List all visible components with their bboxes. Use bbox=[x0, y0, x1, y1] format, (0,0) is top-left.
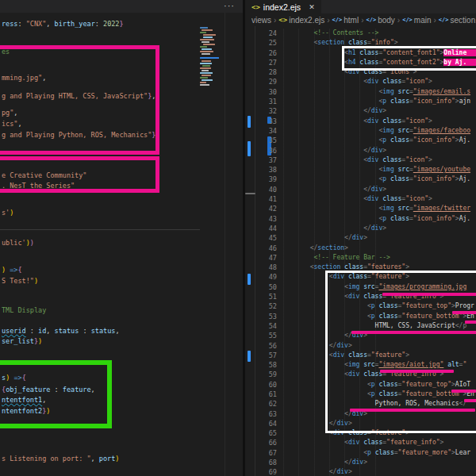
code-line[interactable]: 65 <div class="feature"> bbox=[245, 428, 476, 438]
code-token: class bbox=[344, 39, 367, 46]
tab-index2-ejs[interactable]: <> index2.ejs ✕ bbox=[245, 0, 321, 13]
code-line[interactable]: 27 <h4 class="content_font2">by Aj. bbox=[245, 58, 476, 67]
code-line[interactable]: 69 </div> bbox=[245, 467, 476, 476]
minimap-mark bbox=[200, 84, 209, 86]
code-token: img bbox=[382, 88, 393, 95]
code-line[interactable]: 57 <div class="feature"> bbox=[245, 351, 476, 360]
code-line[interactable]: {obj_feature : feature, bbox=[2, 385, 95, 394]
code-line[interactable]: 60 <p class="feature_top">AIoT bbox=[245, 380, 476, 390]
code-line[interactable]: 61 <p class="feature_bottom">En bbox=[245, 390, 476, 399]
code-line[interactable]: 53 <p class="feature_bottom">En bbox=[245, 312, 476, 321]
code-line[interactable]: 36 </div> bbox=[245, 146, 476, 155]
code-line[interactable]: ress: "CNX", birth_year: 2022} bbox=[2, 19, 124, 29]
code-line[interactable]: 62 Python, ROS, Mechanics</ bbox=[245, 399, 476, 409]
code-line[interactable]: 24 <!-- Contents --> bbox=[245, 29, 476, 38]
code-line[interactable]: ublic')) bbox=[2, 238, 34, 248]
code-line[interactable]: 59 <div class="feature_info"> bbox=[245, 370, 476, 379]
code-token: Aj. bbox=[459, 175, 470, 182]
code-token: AIoT bbox=[455, 381, 474, 388]
code-line[interactable]: 50 <img src="images/programming.jpg bbox=[245, 282, 476, 292]
code-line[interactable]: g and Playing Python, ROS, Mechanics"} bbox=[2, 130, 155, 140]
code-line[interactable]: 46 </section> bbox=[245, 244, 476, 253]
line-number: 48 bbox=[245, 263, 277, 272]
code-line[interactable]: 39 <p class="icon_info">Aj. bbox=[245, 175, 476, 184]
code-token: ) bbox=[30, 239, 34, 247]
code-line[interactable]: 41 <div class="icon"> bbox=[245, 194, 476, 204]
code-line[interactable]: 43 <p class="icon_info">Aj. bbox=[245, 214, 476, 224]
code-line[interactable]: es bbox=[2, 47, 10, 56]
code-line[interactable]: 54 HTML, CSS, JavaScript</p bbox=[245, 321, 476, 331]
right-code-area[interactable]: 24 <!-- Contents -->25 <section class="i… bbox=[245, 29, 476, 476]
code-line[interactable]: 48 <section class="features"> bbox=[245, 263, 476, 272]
code-token: div bbox=[333, 351, 344, 359]
code-line[interactable]: 26 <h1 class="content_font1">Online bbox=[245, 48, 476, 58]
code-line[interactable]: 38 <img src="images/youtube bbox=[245, 165, 476, 175]
code-line[interactable]: ser_list}) bbox=[2, 336, 42, 346]
code-line[interactable]: 68 </div> bbox=[245, 458, 476, 467]
code-line[interactable]: 25 <section class="info"> bbox=[245, 38, 476, 48]
code-token: </ bbox=[344, 234, 352, 241]
breadcrumb-item-body[interactable]: </>body bbox=[366, 16, 394, 25]
breadcrumb-item-html[interactable]: </>html bbox=[332, 16, 359, 25]
line-number: 53 bbox=[245, 312, 277, 321]
code-line[interactable]: 35 <p class="icon_info">Aj. bbox=[245, 136, 476, 145]
code-line[interactable]: mming.jpg", bbox=[2, 73, 46, 83]
code-line[interactable]: pg", bbox=[2, 108, 17, 117]
line-number: 41 bbox=[245, 194, 277, 204]
breadcrumb-item-main[interactable]: </>main bbox=[402, 16, 431, 25]
code-line[interactable]: 44 </div> bbox=[245, 224, 476, 233]
code-line[interactable]: 49 <div class="feature"> bbox=[245, 272, 476, 282]
code-line[interactable]: s Listening on port: ", port) bbox=[2, 454, 119, 463]
code-token bbox=[283, 205, 378, 212]
code-line[interactable]: 51 <div class="feature_info"> bbox=[245, 292, 476, 301]
code-line[interactable]: 52 <p class="feature_top">Progr bbox=[245, 301, 476, 311]
code-line[interactable]: s) =>{ bbox=[2, 373, 26, 382]
tab-close-icon[interactable]: ✕ bbox=[309, 3, 315, 11]
breadcrumb-item-views[interactable]: views bbox=[251, 16, 271, 25]
code-line[interactable]: 31 <p class="icon_info">ajn bbox=[245, 97, 476, 106]
code-line[interactable]: 45 </div> bbox=[245, 233, 476, 243]
code-line[interactable]: ics", bbox=[2, 119, 22, 129]
code-line[interactable]: ) =>{ bbox=[2, 265, 22, 274]
code-line[interactable]: e Creative Community" bbox=[2, 171, 86, 180]
code-line[interactable]: 32 </div> bbox=[245, 106, 476, 116]
code-token bbox=[283, 195, 363, 202]
code-text: <img src="images/email.s bbox=[283, 87, 470, 97]
code-token: > bbox=[348, 468, 352, 475]
code-line[interactable]: 37 <div class="icon"> bbox=[245, 155, 476, 165]
code-line[interactable]: S Test!") bbox=[2, 276, 38, 286]
code-text: <p class="feature_bottom">En bbox=[283, 390, 474, 399]
line-number: 59 bbox=[245, 370, 277, 379]
code-line[interactable]: 63 </div> bbox=[245, 409, 476, 419]
code-line[interactable]: 64 </div> bbox=[245, 419, 476, 428]
code-line[interactable]: 47 <!-- Feature Bar --> bbox=[245, 253, 476, 263]
code-line[interactable]: 56 </div> bbox=[245, 341, 476, 351]
code-line[interactable]: ntentfont2}) bbox=[2, 406, 50, 416]
minimap[interactable] bbox=[200, 24, 221, 167]
code-text: <div class="feature_info"> bbox=[283, 438, 443, 447]
code-line[interactable]: 66 <div class="feature_info"> bbox=[245, 438, 476, 447]
code-line[interactable]: g and Playing HTML, CSS, JavaScript"}, bbox=[2, 91, 155, 101]
code-line[interactable]: s') bbox=[2, 208, 13, 217]
code-token: div bbox=[333, 273, 344, 280]
code-line[interactable]: 33 <div class="icon"> bbox=[245, 117, 476, 126]
code-line[interactable]: 42 <img src="images/twitter bbox=[245, 204, 476, 213]
code-token: > bbox=[440, 293, 444, 300]
code-line[interactable]: 30 <img src="images/email.s bbox=[245, 87, 476, 97]
code-line[interactable]: 67 <p class="feature_more">Lear bbox=[245, 448, 476, 458]
code-token: Lear bbox=[455, 449, 470, 456]
code-line[interactable]: 34 <img src="images/faceboo bbox=[245, 126, 476, 136]
code-line[interactable]: 40 </div> bbox=[245, 185, 476, 194]
code-line[interactable]: userid : id, status : status, bbox=[2, 326, 120, 336]
code-line[interactable]: . NesT the Series" bbox=[2, 181, 75, 190]
code-line[interactable]: TML Display bbox=[2, 305, 46, 315]
code-line[interactable]: 58 <img src="images/aiot.jpg" alt=" bbox=[245, 360, 476, 370]
code-line[interactable]: 29 <div class="icon"> bbox=[245, 77, 476, 86]
breadcrumb-item-section-feature[interactable]: </>section.feature bbox=[439, 16, 476, 25]
code-line[interactable]: 55 </div> bbox=[245, 331, 476, 340]
breadcrumb-item-index2-ejs[interactable]: <>index2.ejs bbox=[278, 16, 324, 25]
code-line[interactable]: 28 <div class="icons"> bbox=[245, 67, 476, 77]
html-element-icon: </> bbox=[332, 17, 343, 23]
code-line[interactable]: ntentfont1, bbox=[2, 395, 46, 405]
code-token: birth_year bbox=[55, 20, 95, 28]
